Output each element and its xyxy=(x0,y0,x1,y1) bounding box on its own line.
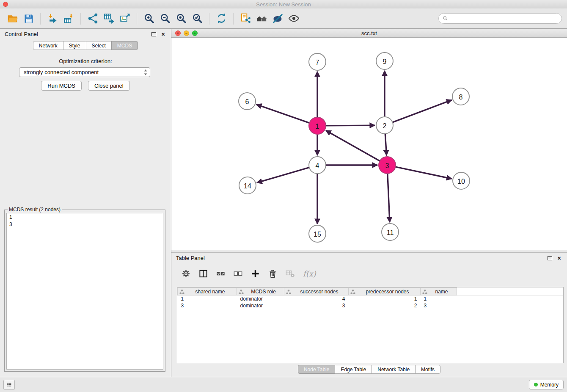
table-tab-motifs[interactable]: Motifs xyxy=(415,365,440,374)
edge-1-6[interactable] xyxy=(256,105,309,123)
node-8[interactable]: 8 xyxy=(452,88,469,105)
node-9[interactable]: 9 xyxy=(376,52,393,69)
window-title: Session: New Session xyxy=(256,1,311,8)
style-icon xyxy=(272,13,284,24)
run-mcds-button[interactable]: Run MCDS xyxy=(41,81,82,91)
open-file-button[interactable] xyxy=(5,11,20,27)
control-tab-style[interactable]: Style xyxy=(63,41,86,50)
table-tab-network-table[interactable]: Network Table xyxy=(372,365,416,374)
search-field[interactable] xyxy=(438,13,562,24)
zoom-in-button[interactable] xyxy=(141,11,157,27)
zoom-fit-button[interactable] xyxy=(173,11,189,27)
network-minimize-button[interactable]: − xyxy=(184,30,189,36)
table-row[interactable]: 3dominator323 xyxy=(178,302,564,309)
function-builder-button: f(x) xyxy=(303,269,316,278)
node-4[interactable]: 4 xyxy=(309,157,326,174)
mcds-result-item[interactable]: 1 xyxy=(9,214,160,221)
import-table-button[interactable] xyxy=(61,11,76,27)
style-button[interactable] xyxy=(270,11,285,27)
node-14[interactable]: 14 xyxy=(239,177,256,194)
cell-predecessor-nodes[interactable]: 2 xyxy=(349,302,421,309)
column-header-name[interactable]: name xyxy=(421,288,457,295)
edge-2-8[interactable] xyxy=(393,100,452,122)
edge-3-1[interactable] xyxy=(326,130,380,161)
cell-shared-name[interactable]: 1 xyxy=(178,295,237,302)
cell-name[interactable]: 1 xyxy=(421,295,457,302)
select-all-button[interactable] xyxy=(214,267,227,280)
cell-successor-nodes[interactable]: 3 xyxy=(284,302,349,309)
edge-1-2[interactable] xyxy=(326,125,375,126)
gear-button[interactable] xyxy=(179,267,193,280)
cell-predecessor-nodes[interactable]: 1 xyxy=(349,295,421,302)
column-header-predecessor-nodes[interactable]: predecessor nodes xyxy=(349,288,421,295)
cell-shared-name[interactable]: 3 xyxy=(178,302,237,309)
node-11[interactable]: 11 xyxy=(382,224,399,240)
save-session-icon xyxy=(23,13,34,24)
import-network-button[interactable] xyxy=(45,11,60,27)
network-canvas[interactable]: 7968124314101511 xyxy=(171,38,567,250)
table-header-row: shared nameMCDS rolesuccessor nodesprede… xyxy=(178,288,564,295)
node-3[interactable]: 3 xyxy=(379,157,396,174)
cell-name[interactable]: 3 xyxy=(421,302,457,309)
new-network-button[interactable] xyxy=(85,11,100,27)
columns-button[interactable] xyxy=(196,267,210,280)
node-2[interactable]: 2 xyxy=(376,117,393,134)
panel-list-button[interactable] xyxy=(3,380,15,390)
mcds-result-item[interactable]: 3 xyxy=(9,221,160,228)
float-panel-icon[interactable] xyxy=(151,31,157,37)
show-details-eye-icon xyxy=(288,13,300,24)
network-from-table-button[interactable] xyxy=(101,11,116,27)
memory-label: Memory xyxy=(540,382,559,388)
show-details-eye-button[interactable] xyxy=(286,11,301,27)
float-table-panel-icon[interactable] xyxy=(547,255,553,261)
svg-text:4: 4 xyxy=(316,162,319,169)
search-input[interactable] xyxy=(450,15,558,22)
column-header-shared-name[interactable]: shared name xyxy=(178,288,237,295)
criterion-select[interactable]: strongly connected component xyxy=(19,67,150,77)
close-table-panel-icon[interactable]: × xyxy=(556,255,562,261)
home-button[interactable] xyxy=(254,11,269,27)
add-row-button[interactable] xyxy=(248,267,262,280)
refresh-button[interactable] xyxy=(214,11,229,27)
cell-MCDS-role[interactable]: dominator xyxy=(237,295,284,302)
zoom-out-button[interactable] xyxy=(157,11,173,27)
network-close-button[interactable]: × xyxy=(175,30,181,36)
memory-button[interactable]: Memory xyxy=(529,380,564,389)
node-7[interactable]: 7 xyxy=(309,53,326,70)
control-tab-select[interactable]: Select xyxy=(86,41,112,50)
table-tab-edge-table[interactable]: Edge Table xyxy=(335,365,372,374)
cell-successor-nodes[interactable]: 4 xyxy=(284,295,349,302)
network-maximize-button[interactable]: + xyxy=(192,30,198,36)
zoom-out-icon xyxy=(160,13,171,24)
close-panel-button[interactable]: Close panel xyxy=(88,81,130,91)
column-header-successor-nodes[interactable]: successor nodes xyxy=(284,288,349,295)
mcds-result-list[interactable]: 13 xyxy=(6,213,163,370)
edge-3-11[interactable] xyxy=(388,174,390,222)
memory-status-icon xyxy=(534,383,538,386)
svg-text:10: 10 xyxy=(457,178,465,185)
table-row[interactable]: 1dominator411 xyxy=(178,295,564,302)
export-image-button[interactable] xyxy=(117,11,132,27)
home-icon xyxy=(256,13,267,24)
node-6[interactable]: 6 xyxy=(239,93,256,110)
unselect-all-button[interactable] xyxy=(231,267,245,280)
column-header-MCDS-role[interactable]: MCDS role xyxy=(237,288,284,295)
window-close-button[interactable] xyxy=(3,2,8,7)
edge-4-14[interactable] xyxy=(257,168,309,183)
edge-3-10[interactable] xyxy=(396,167,452,179)
save-session-button[interactable] xyxy=(21,11,36,27)
close-panel-icon[interactable]: × xyxy=(160,31,166,37)
cell-MCDS-role[interactable]: dominator xyxy=(237,302,284,309)
control-tab-network[interactable]: Network xyxy=(33,41,63,50)
edge-2-3[interactable] xyxy=(385,134,386,155)
node-10[interactable]: 10 xyxy=(453,172,470,189)
toolbar-group-separator xyxy=(40,13,41,25)
table-tab-node-table[interactable]: Node Table xyxy=(298,365,336,374)
control-tab-mcds[interactable]: MCDS xyxy=(111,41,138,50)
node-1[interactable]: 1 xyxy=(309,117,326,134)
node-15[interactable]: 15 xyxy=(309,225,326,242)
zoom-selected-button[interactable] xyxy=(190,11,205,27)
criterion-selected-value: strongly connected component xyxy=(24,69,99,75)
delete-row-button[interactable] xyxy=(266,267,279,280)
copy-network-button[interactable] xyxy=(238,11,253,27)
